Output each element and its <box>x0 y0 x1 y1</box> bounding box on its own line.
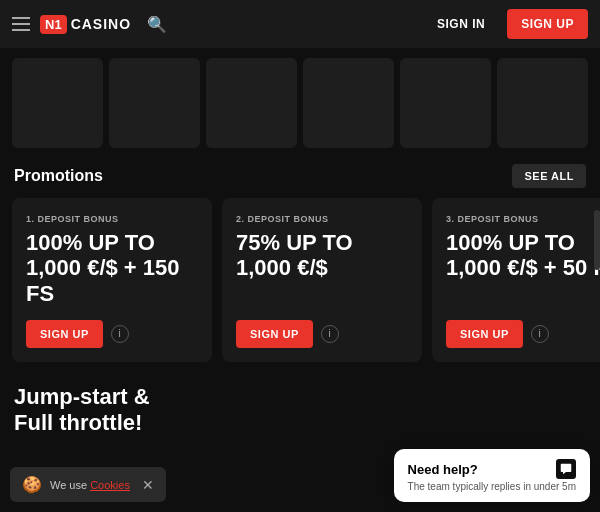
chat-icon <box>556 459 576 479</box>
promo-card-3: 3. DEPOSIT BONUS 100% UP TO 1,000 €/$ + … <box>432 198 600 362</box>
info-icon-3[interactable]: i <box>531 325 549 343</box>
logo-casino: CASINO <box>71 16 131 32</box>
promo-card-2: 2. DEPOSIT BONUS 75% UP TO 1,000 €/$ SIG… <box>222 198 422 362</box>
promo-signup-button-3[interactable]: SIGN UP <box>446 320 523 348</box>
promotions-header: Promotions SEE ALL <box>0 158 600 198</box>
logo[interactable]: N1 CASINO <box>40 15 131 34</box>
header: N1 CASINO 🔍 SIGN IN SIGN UP <box>0 0 600 48</box>
signup-button[interactable]: SIGN UP <box>507 9 588 39</box>
jumpstart-section: Jump-start & Full throttle! <box>0 362 600 437</box>
promo-amount-1: 100% UP TO 1,000 €/$ + 150 FS <box>26 230 198 306</box>
promo-signup-button-1[interactable]: SIGN UP <box>26 320 103 348</box>
game-thumbnail[interactable] <box>400 58 491 148</box>
deposit-label-1: 1. DEPOSIT BONUS <box>26 214 198 224</box>
info-icon-1[interactable]: i <box>111 325 129 343</box>
promo-amount-3: 100% UP TO 1,000 €/$ + 50 F <box>446 230 600 281</box>
cookie-text: We use Cookies <box>50 479 130 491</box>
game-carousel <box>0 48 600 158</box>
info-icon-2[interactable]: i <box>321 325 339 343</box>
promo-amount-2: 75% UP TO 1,000 €/$ <box>236 230 408 281</box>
promo-actions-1: SIGN UP i <box>26 320 198 348</box>
message-icon <box>560 463 572 475</box>
promo-actions-3: SIGN UP i <box>446 320 600 348</box>
game-thumbnail[interactable] <box>109 58 200 148</box>
deposit-label-3: 3. DEPOSIT BONUS <box>446 214 600 224</box>
cookie-banner: 🍪 We use Cookies ✕ <box>10 467 166 502</box>
game-thumbnail[interactable] <box>206 58 297 148</box>
jumpstart-title: Jump-start & Full throttle! <box>14 384 586 437</box>
chat-widget[interactable]: Need help? The team typically replies in… <box>394 449 590 502</box>
scroll-indicator <box>594 210 600 270</box>
promo-card-1: 1. DEPOSIT BONUS 100% UP TO 1,000 €/$ + … <box>12 198 212 362</box>
search-icon[interactable]: 🔍 <box>147 15 167 34</box>
cookie-icon: 🍪 <box>22 475 42 494</box>
see-all-button[interactable]: SEE ALL <box>512 164 586 188</box>
deposit-label-2: 2. DEPOSIT BONUS <box>236 214 408 224</box>
signin-button[interactable]: SIGN IN <box>425 11 497 37</box>
cookie-link[interactable]: Cookies <box>90 479 130 491</box>
promotions-title: Promotions <box>14 167 103 185</box>
hamburger-menu-icon[interactable] <box>12 17 30 31</box>
game-thumbnail[interactable] <box>12 58 103 148</box>
cookie-close-button[interactable]: ✕ <box>142 477 154 493</box>
game-thumbnail[interactable] <box>303 58 394 148</box>
promo-actions-2: SIGN UP i <box>236 320 408 348</box>
game-thumbnail[interactable] <box>497 58 588 148</box>
chat-subtitle: The team typically replies in under 5m <box>408 481 576 492</box>
promo-cards: 1. DEPOSIT BONUS 100% UP TO 1,000 €/$ + … <box>0 198 600 362</box>
logo-n1: N1 <box>40 15 67 34</box>
chat-header: Need help? <box>408 459 576 479</box>
promo-signup-button-2[interactable]: SIGN UP <box>236 320 313 348</box>
